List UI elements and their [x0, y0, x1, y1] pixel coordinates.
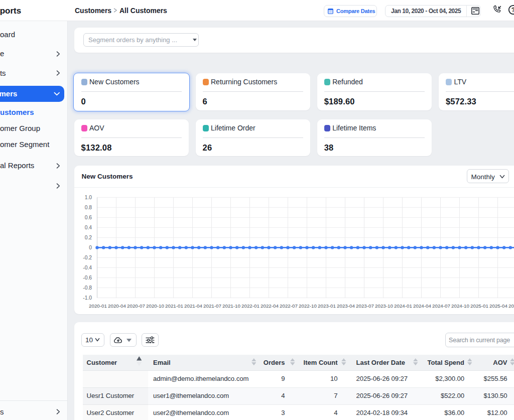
- svg-text:-0.8: -0.8: [83, 285, 92, 291]
- svg-text:2021-04: 2021-04: [184, 303, 203, 309]
- svg-text:-0.6: -0.6: [83, 275, 92, 281]
- svg-text:2024-04: 2024-04: [413, 303, 432, 309]
- svg-text:2024-01: 2024-01: [394, 303, 412, 309]
- svg-text:2021-07: 2021-07: [203, 303, 221, 309]
- svg-text:2020-10: 2020-10: [146, 303, 165, 309]
- svg-text:0: 0: [89, 245, 92, 250]
- svg-text:2022-07: 2022-07: [280, 303, 298, 309]
- svg-text:2021-01: 2021-01: [165, 303, 183, 309]
- svg-text:2023-07: 2023-07: [356, 303, 374, 309]
- svg-text:2022-04: 2022-04: [261, 303, 279, 309]
- svg-text:0.6: 0.6: [85, 215, 92, 220]
- svg-text:-0.4: -0.4: [83, 265, 92, 270]
- svg-text:2020-01: 2020-01: [89, 303, 107, 309]
- svg-text:-1.0: -1.0: [83, 295, 92, 301]
- svg-text:2020-07: 2020-07: [127, 303, 145, 309]
- svg-text:?: ?: [511, 6, 514, 13]
- svg-text:-0.2: -0.2: [83, 255, 92, 260]
- svg-text:0.8: 0.8: [85, 205, 92, 210]
- svg-text:2025-07: 2025-07: [508, 303, 514, 309]
- svg-text:2023-04: 2023-04: [337, 303, 355, 309]
- svg-text:2021-10: 2021-10: [222, 303, 241, 309]
- svg-text:2022-01: 2022-01: [241, 303, 260, 309]
- svg-text:2025-01: 2025-01: [470, 303, 488, 309]
- svg-text:0.4: 0.4: [85, 225, 92, 230]
- svg-text:1.0: 1.0: [85, 195, 92, 200]
- svg-text:2022-10: 2022-10: [299, 303, 317, 309]
- svg-text:2020-04: 2020-04: [108, 303, 126, 309]
- svg-text:2024-07: 2024-07: [432, 303, 450, 309]
- svg-text:0.2: 0.2: [85, 235, 92, 240]
- svg-text:2025-04: 2025-04: [489, 303, 508, 309]
- svg-text:2023-01: 2023-01: [318, 303, 336, 309]
- svg-text:2023-10: 2023-10: [375, 303, 394, 309]
- svg-text:2024-10: 2024-10: [451, 303, 470, 309]
